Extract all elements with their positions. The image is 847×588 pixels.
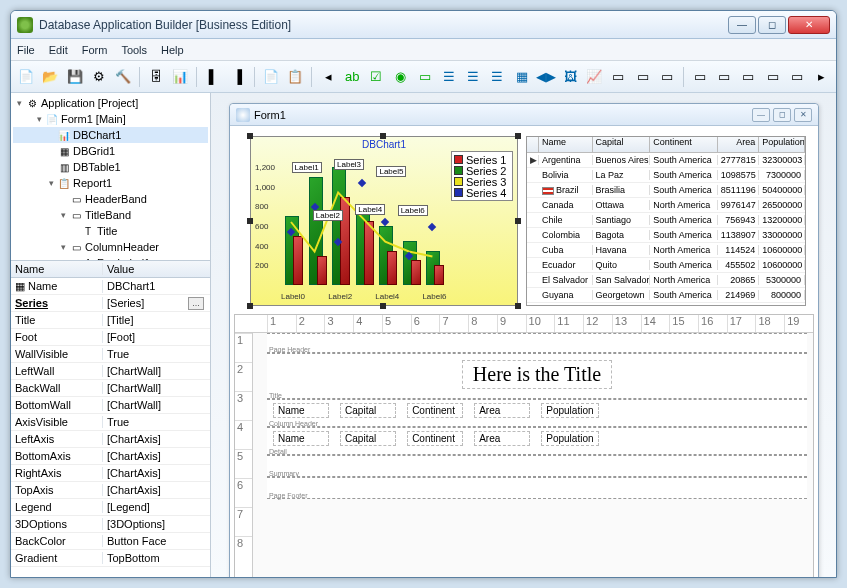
tree-node[interactable]: ▾▭TitleBand [13,207,208,223]
tool-vars[interactable]: 📊 [169,65,191,89]
tool-image[interactable]: 🖼 [559,65,581,89]
band-column-header[interactable]: Name Capital Continent Area Population C… [267,399,807,427]
tool-nav[interactable]: ◀▶ [535,65,557,89]
property-row[interactable]: AxisVisibleTrue [11,414,210,431]
col-name[interactable]: Name [539,137,593,152]
tool-chart[interactable]: 📈 [583,65,605,89]
detail-field[interactable]: Continent [407,431,463,446]
tool-label[interactable]: ab [341,65,363,89]
col-area[interactable]: Area [718,137,760,152]
band-summary[interactable]: Summary [267,455,807,477]
sel-handle[interactable] [247,218,253,224]
property-row[interactable]: ▦NameDBChart1 [11,278,210,295]
ellipsis-button[interactable]: … [188,297,204,310]
tool-radio[interactable]: ◉ [390,65,412,89]
menu-tools[interactable]: Tools [121,44,147,56]
form-min-button[interactable]: — [752,108,770,122]
table-row[interactable]: BoliviaLa PazSouth America10985757300000 [527,168,805,183]
menu-form[interactable]: Form [82,44,108,56]
form-max-button[interactable]: ◻ [773,108,791,122]
tool-pointer[interactable]: ◂ [317,65,339,89]
sel-handle[interactable] [515,218,521,224]
table-row[interactable]: CubaHavanaNorth America11452410600000 [527,243,805,258]
col-header-field[interactable]: Area [474,403,530,418]
property-row[interactable]: RightAxis[ChartAxis] [11,465,210,482]
table-row[interactable]: GuyanaGeorgetownSouth America21496980000… [527,288,805,303]
col-continent[interactable]: Continent [650,137,717,152]
property-row[interactable]: Legend[Legend] [11,499,210,516]
tool-save[interactable]: 💾 [63,65,85,89]
report-title[interactable]: Here is the Title [462,360,612,389]
design-area[interactable]: Form1 — ◻ ✕ DBChart1 Series 1Series 2Ser… [211,93,836,577]
project-tree[interactable]: ▾⚙Application [Project]▾📄Form1 [Main]📊DB… [11,93,210,261]
tool-more[interactable]: ▸ [810,65,832,89]
property-row[interactable]: Title[Title] [11,312,210,329]
table-row[interactable]: EcuadorQuitoSouth America45550210600000 [527,258,805,273]
form-close-button[interactable]: ✕ [794,108,812,122]
property-row[interactable]: LeftAxis[ChartAxis] [11,431,210,448]
sel-handle[interactable] [247,303,253,309]
minimize-button[interactable]: — [728,16,756,34]
tree-node[interactable]: ▾📄Form1 [Main] [13,111,208,127]
tree-node[interactable]: ▥DBTable1 [13,159,208,175]
form-titlebar[interactable]: Form1 — ◻ ✕ [230,104,818,126]
col-header-field[interactable]: Population [541,403,598,418]
menu-edit[interactable]: Edit [49,44,68,56]
property-row[interactable]: BackColorButton Face [11,533,210,550]
tree-node[interactable]: ▾📋Report1 [13,175,208,191]
tool-rep2[interactable]: ▭ [713,65,735,89]
property-row[interactable]: Series[Series]… [11,295,210,312]
property-row[interactable]: BottomWall[ChartWall] [11,397,210,414]
sel-handle[interactable] [515,303,521,309]
tool-db[interactable]: 🗄 [145,65,167,89]
table-row[interactable]: CanadaOttawaNorth America997614726500000 [527,198,805,213]
form-body[interactable]: DBChart1 Series 1Series 2Series 3Series … [230,126,818,577]
tool-rep1[interactable]: ▭ [689,65,711,89]
tool-edit[interactable]: ▭ [414,65,436,89]
tree-node[interactable]: 📊DBChart1 [13,127,208,143]
tree-node[interactable]: ▾▭ColumnHeader [13,239,208,255]
dbchart[interactable]: DBChart1 Series 1Series 2Series 3Series … [250,136,518,306]
detail-field[interactable]: Area [474,431,530,446]
col-population[interactable]: Population [759,137,805,152]
detail-field[interactable]: Population [541,431,598,446]
tool-rep4[interactable]: ▭ [762,65,784,89]
property-row[interactable]: Foot[Foot] [11,329,210,346]
property-row[interactable]: LeftWall[ChartWall] [11,363,210,380]
property-row[interactable]: BottomAxis[ChartAxis] [11,448,210,465]
tool-combo[interactable]: ☰ [438,65,460,89]
property-row[interactable]: TopAxis[ChartAxis] [11,482,210,499]
table-row[interactable]: ▶ArgentinaBuenos AiresSouth America27778… [527,153,805,168]
sel-handle[interactable] [380,133,386,139]
tool-memo[interactable]: ☰ [486,65,508,89]
titlebar[interactable]: Database Application Builder [Business E… [11,11,836,39]
tool-grid[interactable]: ▦ [511,65,533,89]
property-row[interactable]: 3DOptions[3DOptions] [11,516,210,533]
tool-group[interactable]: ▭ [656,65,678,89]
tree-node[interactable]: TTitle [13,223,208,239]
detail-field[interactable]: Name [273,431,329,446]
property-row[interactable]: GradientTopBottom [11,550,210,567]
tool-align-right[interactable]: ▐ [226,65,248,89]
tree-node[interactable]: ▦DBGrid1 [13,143,208,159]
tree-node[interactable]: ▭HeaderBand [13,191,208,207]
tool-panel[interactable]: ▭ [607,65,629,89]
table-row[interactable]: ChileSantiagoSouth America75694313200000 [527,213,805,228]
tool-tab[interactable]: ▭ [632,65,654,89]
col-header-field[interactable]: Continent [407,403,463,418]
sel-handle[interactable] [380,303,386,309]
detail-field[interactable]: Capital [340,431,396,446]
tool-list[interactable]: ☰ [462,65,484,89]
tool-page[interactable]: 📄 [260,65,282,89]
tool-align-left[interactable]: ▌ [202,65,224,89]
col-capital[interactable]: Capital [593,137,651,152]
tool-check[interactable]: ☑ [365,65,387,89]
sel-handle[interactable] [247,133,253,139]
property-row[interactable]: BackWall[ChartWall] [11,380,210,397]
col-header-field[interactable]: Capital [340,403,396,418]
table-row[interactable]: BrazilBrasiliaSouth America8511196504000… [527,183,805,198]
band-page-footer[interactable]: Page Footer [267,477,807,499]
menu-file[interactable]: File [17,44,35,56]
tool-rep3[interactable]: ▭ [737,65,759,89]
table-row[interactable]: El SalvadorSan SalvadorNorth America2086… [527,273,805,288]
